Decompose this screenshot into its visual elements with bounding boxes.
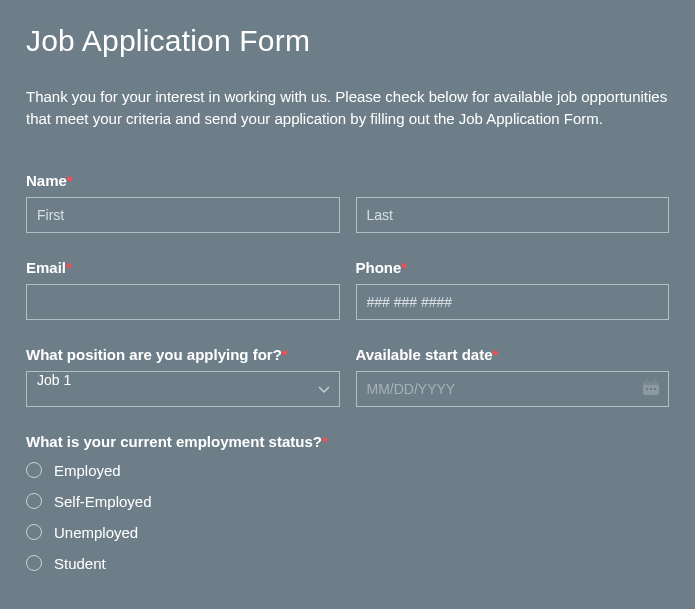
status-option-label: Unemployed	[54, 524, 138, 541]
page-title: Job Application Form	[26, 24, 669, 58]
startdate-label-text: Available start date	[356, 346, 493, 363]
required-marker: *	[493, 346, 499, 363]
required-marker: *	[401, 259, 407, 276]
radio-icon	[26, 462, 42, 478]
status-option-student[interactable]: Student	[26, 555, 669, 572]
status-option-employed[interactable]: Employed	[26, 462, 669, 479]
status-label-text: What is your current employment status?	[26, 433, 322, 450]
required-marker: *	[67, 172, 73, 189]
status-option-self-employed[interactable]: Self-Employed	[26, 493, 669, 510]
required-marker: *	[322, 433, 328, 450]
required-marker: *	[66, 259, 72, 276]
last-name-input[interactable]	[356, 197, 670, 233]
status-option-label: Employed	[54, 462, 121, 479]
position-label: What position are you applying for?*	[26, 346, 340, 363]
position-select[interactable]: Job 1	[26, 371, 340, 407]
email-input[interactable]	[26, 284, 340, 320]
name-label-text: Name	[26, 172, 67, 189]
status-option-unemployed[interactable]: Unemployed	[26, 524, 669, 541]
radio-icon	[26, 493, 42, 509]
status-label: What is your current employment status?*	[26, 433, 669, 450]
status-radio-group: Employed Self-Employed Unemployed Studen…	[26, 462, 669, 572]
startdate-label: Available start date*	[356, 346, 670, 363]
first-name-input[interactable]	[26, 197, 340, 233]
name-label: Name*	[26, 172, 669, 189]
radio-icon	[26, 555, 42, 571]
position-label-text: What position are you applying for?	[26, 346, 282, 363]
position-selected-value: Job 1	[37, 372, 71, 388]
status-option-label: Student	[54, 555, 106, 572]
email-label: Email*	[26, 259, 340, 276]
intro-text: Thank you for your interest in working w…	[26, 86, 669, 130]
phone-input[interactable]	[356, 284, 670, 320]
phone-label: Phone*	[356, 259, 670, 276]
status-option-label: Self-Employed	[54, 493, 152, 510]
startdate-input[interactable]	[356, 371, 670, 407]
phone-label-text: Phone	[356, 259, 402, 276]
required-marker: *	[282, 346, 288, 363]
email-label-text: Email	[26, 259, 66, 276]
radio-icon	[26, 524, 42, 540]
